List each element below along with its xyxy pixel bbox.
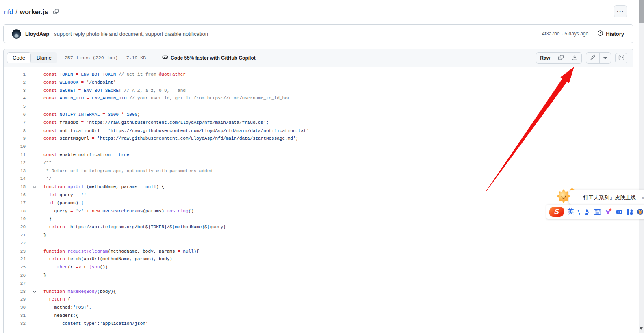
line-number[interactable]: 11 xyxy=(4,151,26,159)
line-number[interactable]: 21 xyxy=(4,231,26,240)
code-text: query = '?' + new URLSearchParams(params… xyxy=(43,208,194,216)
line-number[interactable]: 18 xyxy=(4,208,26,216)
line-number[interactable]: 1 xyxy=(4,71,26,79)
edit-file-button[interactable] xyxy=(586,53,599,63)
symbols-panel-button[interactable] xyxy=(615,53,627,63)
fold-spacer xyxy=(26,248,43,256)
line-number[interactable]: 4 xyxy=(4,95,26,103)
microphone-icon[interactable] xyxy=(583,209,590,215)
avatar[interactable] xyxy=(12,29,21,39)
copy-path-button[interactable] xyxy=(52,8,60,17)
keyboard-icon[interactable] xyxy=(594,209,601,215)
pencil-icon xyxy=(590,54,596,61)
edit-dropdown-button[interactable] xyxy=(599,53,611,63)
line-number[interactable]: 16 xyxy=(4,191,26,199)
line-number[interactable]: 12 xyxy=(4,159,26,167)
download-button[interactable] xyxy=(568,53,581,63)
code-view: 1const TOKEN = ENV_BOT_TOKEN // Get it f… xyxy=(4,67,633,328)
ime-notification-bubble[interactable]: 「打工人系列」皮肤上线 × xyxy=(569,190,644,205)
line-number[interactable]: 22 xyxy=(4,240,26,248)
line-number[interactable]: 9 xyxy=(4,135,26,143)
line-number[interactable]: 7 xyxy=(4,119,26,127)
tab-code[interactable]: Code xyxy=(7,52,31,63)
fold-spacer xyxy=(26,95,43,103)
sogou-logo-letter: S xyxy=(554,208,559,216)
fold-spacer xyxy=(26,199,43,208)
sun-emoji-icon[interactable] xyxy=(556,188,571,205)
sogou-logo-icon[interactable]: S xyxy=(549,207,565,217)
fold-spacer xyxy=(26,312,43,320)
breadcrumb-repo-link[interactable]: nfd xyxy=(4,9,13,16)
ime-notification-text[interactable]: 「打工人系列」皮肤上线 xyxy=(578,194,636,201)
sparkle-icon xyxy=(570,186,575,193)
line-number[interactable]: 31 xyxy=(4,312,26,320)
line-number[interactable]: 26 xyxy=(4,272,26,280)
fold-spacer xyxy=(26,264,43,272)
code-text: let query = '' xyxy=(43,191,87,199)
line-number[interactable]: 24 xyxy=(4,255,26,264)
code-line: 14 */ xyxy=(4,175,633,183)
code-text: function makeReqBody(body){ xyxy=(43,288,116,296)
line-number[interactable]: 30 xyxy=(4,304,26,312)
ai-robot-icon[interactable] xyxy=(616,209,623,215)
code-line: 7const fraudDb = 'https://raw.githubuser… xyxy=(4,119,633,127)
raw-button[interactable]: Raw xyxy=(536,53,554,63)
line-number[interactable]: 15 xyxy=(4,183,26,191)
breadcrumb-separator: / xyxy=(15,9,17,16)
close-icon[interactable]: × xyxy=(639,194,644,201)
line-number[interactable]: 2 xyxy=(4,79,26,87)
fold-chevron-icon[interactable] xyxy=(26,288,43,296)
code-text: const NOTIFY_INTERVAL = 3600 * 1000; xyxy=(43,111,140,119)
history-button[interactable]: History xyxy=(595,30,627,38)
code-line: 12/** xyxy=(4,159,633,167)
ime-language-mode-toggle[interactable]: 英 xyxy=(568,208,574,216)
commit-meta-group: 4f3a7be · 5 days ago History xyxy=(542,30,627,38)
line-number[interactable]: 5 xyxy=(4,103,26,111)
skin-clothes-icon[interactable] xyxy=(605,208,612,215)
tab-blame[interactable]: Blame xyxy=(31,52,57,63)
line-number[interactable]: 20 xyxy=(4,223,26,231)
line-number[interactable]: 28 xyxy=(4,288,26,296)
copy-raw-button[interactable] xyxy=(554,53,568,63)
fold-spacer xyxy=(26,135,43,143)
code-line: 6const NOTIFY_INTERVAL = 3600 * 1000; xyxy=(4,111,633,119)
copilot-banner[interactable]: Code 55% faster with GitHub Copilot xyxy=(162,54,256,62)
code-line: 16 let query = '' xyxy=(4,191,633,199)
scrollbar-thumb[interactable] xyxy=(639,0,644,23)
apps-grid-icon[interactable] xyxy=(627,209,633,215)
line-number[interactable]: 10 xyxy=(4,143,26,151)
commit-sha-time: 4f3a7be · 5 days ago xyxy=(542,31,588,37)
code-text: .then(r => r.json()) xyxy=(43,264,108,272)
code-text: /** xyxy=(43,159,52,167)
commit-message[interactable]: support reply photo file and document, s… xyxy=(54,31,208,37)
fold-spacer xyxy=(26,296,43,304)
fold-spacer xyxy=(26,191,43,199)
copy-icon xyxy=(558,54,564,62)
line-number[interactable]: 14 xyxy=(4,175,26,183)
ime-punctuation-toggle[interactable]: ’, xyxy=(577,209,580,215)
file-meta-info: 257 lines (229 loc) · 7.19 KB xyxy=(65,55,146,61)
file-options-kebab-button[interactable]: ··· xyxy=(614,5,627,17)
line-number[interactable]: 32 xyxy=(4,320,26,328)
line-number[interactable]: 8 xyxy=(4,127,26,135)
line-number[interactable]: 27 xyxy=(4,280,26,288)
code-text: return `https://api.telegram.org/bot${TO… xyxy=(43,223,229,231)
file-viewer: Code Blame 257 lines (229 loc) · 7.19 KB… xyxy=(3,49,633,333)
line-number[interactable]: 25 xyxy=(4,264,26,272)
commit-author-link[interactable]: LloydAsp xyxy=(25,31,49,37)
line-number[interactable]: 13 xyxy=(4,167,26,175)
ime-more-icon[interactable] xyxy=(637,208,644,215)
line-number[interactable]: 17 xyxy=(4,199,26,208)
fold-chevron-icon[interactable] xyxy=(26,183,43,191)
commit-sha[interactable]: 4f3a7be xyxy=(542,31,559,37)
scrollbar-down-arrow[interactable] xyxy=(640,327,643,331)
main-content: nfd / worker.js ··· LloydAsp support rep… xyxy=(3,0,633,333)
line-number[interactable]: 29 xyxy=(4,296,26,304)
line-number[interactable]: 6 xyxy=(4,111,26,119)
code-line: 28function makeReqBody(body){ xyxy=(4,288,633,296)
code-text: const fraudDb = 'https://raw.githubuserc… xyxy=(43,119,269,127)
line-number[interactable]: 3 xyxy=(4,87,26,95)
line-number[interactable]: 23 xyxy=(4,248,26,256)
line-number[interactable]: 19 xyxy=(4,215,26,223)
fold-spacer xyxy=(26,304,43,312)
